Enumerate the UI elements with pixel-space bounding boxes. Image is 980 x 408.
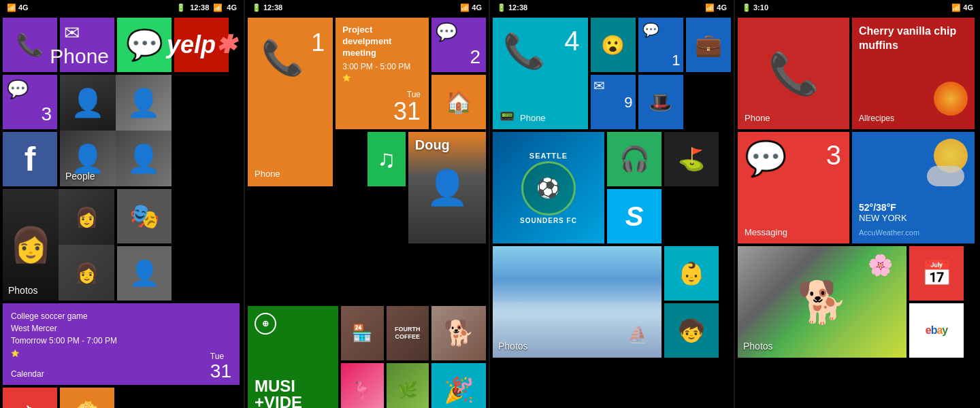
msg-icon-2: 💬: [436, 22, 457, 42]
status-bar-4: 🔋 3:10 📶 4G: [735, 0, 980, 15]
tile-flamingo[interactable]: 🦩: [341, 363, 383, 408]
signal-icon-1: 📶: [7, 3, 16, 12]
tile-mail-1[interactable]: ✉ Phone: [60, 18, 114, 72]
msg-icon-1: 💬: [7, 79, 29, 99]
tile-skype-3[interactable]: S: [607, 189, 662, 243]
tile-chat-3[interactable]: 💬 1: [638, 18, 683, 72]
tile-outdoor[interactable]: 🌿: [387, 363, 429, 408]
yelp-icon: yelp✱: [167, 31, 236, 59]
fourth-coffee-label: FOURTH COFFEE: [389, 326, 426, 341]
phone-icon-4: 📞: [768, 50, 819, 98]
tile-hat-3[interactable]: 🎩: [638, 75, 683, 129]
video-label: +VIDE: [255, 394, 302, 408]
tile-avatar-3[interactable]: 😮: [591, 18, 636, 72]
tile-child2-3[interactable]: 🧒: [664, 303, 719, 358]
tile-messaging-1[interactable]: 💬 3: [3, 75, 57, 129]
fb-icon: f: [24, 139, 36, 179]
tile-small-r1[interactable]: 🎭: [117, 189, 172, 243]
status-bar-2: 🔋 12:38 📶 4G: [245, 0, 489, 15]
mail-icon: ✉: [64, 22, 80, 44]
tile-phone-1[interactable]: 📞: [3, 18, 57, 72]
phone-screen-3: 🔋 12:38 📶 4G 📞 4 📟 Phone: [490, 0, 735, 408]
network-1: 4G: [18, 3, 29, 12]
whatsapp-icon: 💬: [126, 27, 163, 63]
tile-phone-3[interactable]: 📞 4 📟 Phone: [493, 18, 588, 129]
tile-photos-4[interactable]: 🐕 🌸 Photos: [738, 246, 906, 358]
tile-xbox-music[interactable]: ⊕ MUSI +VIDE: [248, 306, 338, 408]
msg-count-2: 2: [470, 46, 480, 68]
tile-facebook[interactable]: f: [3, 132, 57, 186]
tile-whatsapp[interactable]: 💬: [117, 18, 172, 72]
messaging-label-4: Messaging: [745, 227, 787, 237]
msg-count-1: 3: [41, 103, 52, 125]
spotify-icon: ♫: [377, 145, 395, 173]
tile-rooms[interactable]: 🏠: [431, 75, 486, 129]
tile-calendar-event[interactable]: Project develpment meeting 3:00 PM - 5:0…: [336, 18, 429, 129]
tile-phone-4[interactable]: 📞 Phone: [738, 18, 849, 129]
avatar-icon: 😮: [601, 34, 625, 56]
tile-spotify[interactable]: ♫: [368, 132, 406, 186]
people-label: People: [65, 171, 95, 182]
tile-dog[interactable]: 🐕: [431, 306, 486, 360]
phone-count-2: 1: [311, 29, 325, 57]
calendar-label: Calendar: [11, 369, 44, 379]
signal2-1: 📶: [213, 3, 223, 12]
calendar-day: Tue: [210, 352, 224, 361]
time-1: 12:38: [190, 3, 209, 12]
tile-movies[interactable]: 🍿: [60, 388, 114, 408]
voicemail-icon: 📟: [500, 109, 514, 123]
accu-label: AccuWeather.com: [859, 228, 919, 237]
wallet-icon: 💼: [695, 32, 722, 58]
tile-messaging-4[interactable]: 💬 3 Messaging: [738, 132, 849, 243]
music-label: MUSI: [255, 378, 302, 394]
calendar-time: Tomorrow 5:00 PM - 7:00 PM: [11, 335, 231, 347]
photos-label-3: Photos: [498, 341, 528, 352]
phone-screen-1: 📶 4G 🔋 12:38 📶 4G 📞 ✉ Phone: [0, 0, 245, 408]
tile-headphones-3[interactable]: 🎧: [607, 132, 662, 186]
tile-festival[interactable]: 🎉: [431, 363, 486, 408]
network2-1: 4G: [227, 3, 237, 12]
xbox-icon: ⊕: [255, 313, 276, 335]
calendar-icon-4: 📅: [921, 259, 952, 288]
tile-yelp[interactable]: yelp✱: [174, 18, 229, 72]
tile-phone-2[interactable]: 📞 1 Phone: [248, 18, 333, 186]
hat-icon: 🎩: [649, 91, 672, 114]
phone-count-3: 4: [564, 26, 579, 56]
phone-screen-4: 🔋 3:10 📶 4G 📞 Phone Cherry vanilla chip …: [735, 0, 980, 408]
mail-count: Phone: [50, 45, 109, 68]
tile-messaging-2[interactable]: 💬 2: [431, 18, 486, 72]
tile-child-3[interactable]: 👶: [664, 246, 719, 301]
photos-label-1: Photos: [8, 285, 38, 296]
tile-coffee-shop[interactable]: 🏪: [341, 306, 383, 360]
tile-ebay[interactable]: ebay: [909, 303, 964, 358]
tile-calendar[interactable]: College soccer game West Mercer Tomorrow…: [3, 303, 240, 385]
chat-count-3: 1: [641, 52, 681, 69]
phone-screen-2: 🔋 12:38 📶 4G 📞 1 Phone: [245, 0, 490, 408]
tile-calendar-4[interactable]: 📅: [909, 246, 964, 301]
tile-weather[interactable]: 52°/38°F NEW YORK AccuWeather.com: [852, 132, 975, 243]
tile-mail-3[interactable]: ✉ 9: [591, 75, 636, 129]
status-bar-3: 🔋 12:38 📶 4G: [490, 0, 734, 15]
tile-sounders[interactable]: SEATTLE ⚽ SOUNDERS FC: [493, 132, 604, 243]
tile-doug[interactable]: 👤 Doug: [408, 132, 486, 243]
tile-small-r2[interactable]: 👤: [117, 246, 172, 301]
calendar-location: West Mercer: [11, 322, 231, 335]
calendar-event-1: College soccer game: [11, 310, 231, 322]
tile-delta[interactable]: ✈: [3, 388, 57, 408]
tile-wallet-3[interactable]: 💼: [686, 18, 731, 72]
tile-fourth-coffee[interactable]: FOURTH COFFEE: [387, 306, 429, 360]
msg-count-4: 3: [826, 140, 841, 171]
doug-label: Doug: [415, 137, 450, 152]
tile-people[interactable]: 👤 👤 👤 👤 People: [60, 75, 172, 186]
movies-icon: 🍿: [72, 401, 103, 408]
phone-icon: 📞: [16, 32, 44, 58]
mail-icon-3: ✉: [593, 78, 633, 94]
tile-allrecipes[interactable]: Cherry vanilla chip muffins Allrecipes: [852, 18, 975, 129]
chat-icon-3: 💬: [642, 22, 659, 38]
tile-golf-3[interactable]: ⛳: [664, 132, 719, 186]
tile-photos-1[interactable]: 👩 👩 👩 Photos: [3, 189, 114, 301]
tile-photos-3[interactable]: Photos ⛵: [493, 246, 662, 358]
photos-label-4: Photos: [743, 341, 773, 352]
rooms-icon: 🏠: [445, 89, 472, 115]
delta-icon: ✈: [20, 401, 40, 408]
